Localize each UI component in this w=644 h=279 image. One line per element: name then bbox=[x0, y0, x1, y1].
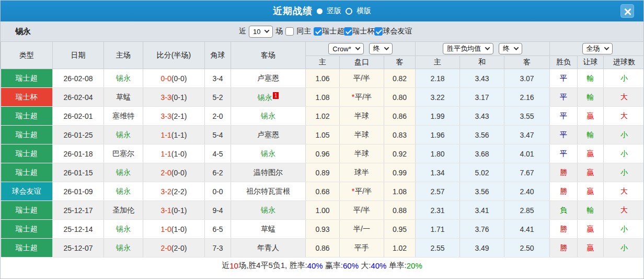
away-team-name: 年青人 bbox=[257, 243, 279, 252]
avg-home-odds: 1.80 bbox=[416, 144, 460, 163]
scope-select[interactable]: 全场 bbox=[582, 43, 613, 54]
chevron-down-icon bbox=[485, 45, 490, 50]
avg-home-odds: 2.31 bbox=[416, 201, 460, 220]
away-team-name: 草蜢 bbox=[261, 225, 275, 233]
full-score: 1-1 bbox=[161, 131, 171, 139]
half-score: (1-0) bbox=[171, 225, 187, 233]
team-name: 锡永 bbox=[15, 27, 31, 37]
horizontal-radio[interactable] bbox=[346, 8, 352, 15]
vertical-radio-selected[interactable] bbox=[317, 8, 323, 14]
avg-draw-odds: 3.41 bbox=[460, 201, 504, 220]
half-score: (2-0) bbox=[171, 244, 187, 252]
avg-draw-odds: 3.43 bbox=[460, 69, 504, 88]
table-row: 瑞士杯26-02-04草蜢3-3(0-1)5-2锡永11.08*平/半0.803… bbox=[1, 88, 644, 107]
scope-value: 全场 bbox=[586, 44, 600, 53]
handicap-result-cell: 贏 bbox=[578, 163, 604, 182]
score-cell: 1-1(1-1) bbox=[143, 126, 205, 144]
league-badge: 瑞士杯 bbox=[1, 88, 53, 107]
half-score: (2-2) bbox=[171, 187, 187, 196]
half-score: (0-1) bbox=[171, 206, 187, 215]
away-team-cell: 锡永 bbox=[231, 144, 306, 163]
avg-away-odds: 2.16 bbox=[504, 88, 550, 107]
away-team-name: 卢塞恩 bbox=[257, 130, 279, 139]
odds-time-select[interactable]: 终 bbox=[369, 43, 393, 54]
recent-count-value: 10 bbox=[253, 28, 260, 36]
goals-result-cell: 大 bbox=[604, 88, 644, 107]
crow-away-odds: 0.82 bbox=[384, 69, 416, 88]
avg-away-odds: 3.47 bbox=[504, 126, 550, 144]
matches-label: 场 bbox=[275, 27, 283, 36]
chevron-down-icon bbox=[264, 28, 270, 33]
avg-home-odds: 1.71 bbox=[416, 220, 460, 239]
handicap-cell: 平手 bbox=[340, 239, 384, 258]
summary-segment-1: 近 bbox=[222, 261, 229, 271]
avg-draw-odds: 3.49 bbox=[460, 239, 504, 258]
handicap-result-cell: 輸 bbox=[578, 88, 604, 107]
recent-count-select[interactable]: 10 bbox=[249, 26, 273, 38]
handicap-star: * bbox=[352, 187, 354, 195]
full-score: 3-3 bbox=[161, 93, 171, 102]
handicap-text: 平/半 bbox=[355, 187, 372, 195]
avg-home-odds: 3.22 bbox=[416, 88, 460, 107]
goals-result-cell: 大 bbox=[604, 201, 644, 220]
avg-home-odds: 2.55 bbox=[416, 239, 460, 258]
goals-result-cell: 小 bbox=[604, 220, 644, 239]
close-button[interactable] bbox=[620, 4, 634, 18]
table-body: 瑞士超26-02-08锡永0-0(0-0)3-4卢塞恩1.06平/半0.822.… bbox=[1, 69, 644, 258]
full-score: 2-0 bbox=[161, 244, 171, 252]
corner-cell: 2-0 bbox=[205, 107, 231, 126]
odds-source-select[interactable]: Crow* bbox=[328, 43, 363, 54]
horizontal-mode-label[interactable]: 横版 bbox=[356, 6, 371, 16]
summary-bar: 近10场,胜4平5负1, 胜率:40% 赢率:60% 大:40% 单率:20% bbox=[1, 258, 643, 273]
away-team-cell: 祖尔特瓦雷根 bbox=[231, 182, 306, 201]
result-cell: 勝 bbox=[550, 239, 578, 258]
vertical-mode-label[interactable]: 竖版 bbox=[327, 6, 341, 16]
chevron-down-icon bbox=[514, 45, 519, 50]
avg-draw-odds: 3.68 bbox=[460, 144, 504, 163]
chevron-down-icon bbox=[384, 45, 389, 50]
crow-home-odds: 1.06 bbox=[306, 69, 340, 88]
score-cell: 1-0(1-0) bbox=[143, 220, 205, 239]
chevron-down-icon bbox=[604, 45, 609, 50]
handicap-text: 半球 bbox=[354, 149, 369, 158]
league-checkbox-1[interactable] bbox=[314, 27, 322, 36]
league-badge: 瑞士超 bbox=[1, 220, 53, 239]
avg-odds-select[interactable]: 胜平负均值 bbox=[443, 43, 493, 54]
goals-result-cell: 小 bbox=[604, 126, 644, 144]
goals-result-cell: 大 bbox=[604, 182, 644, 201]
score-cell: 1-1(1-0) bbox=[143, 144, 205, 163]
col-header-date: 日期 bbox=[53, 42, 104, 69]
handicap-result-cell: 輸 bbox=[578, 201, 604, 220]
date-cell: 26-02-08 bbox=[53, 69, 104, 88]
titlebar: 近期战绩 竖版 横版 bbox=[1, 1, 643, 21]
avg-away-odds: 3.07 bbox=[504, 69, 550, 88]
half-score: (2-1) bbox=[171, 112, 187, 120]
goals-result-cell: 小 bbox=[604, 239, 644, 258]
score-cell: 3-1(0-1) bbox=[143, 201, 205, 220]
page-title: 近期战绩 bbox=[273, 5, 313, 17]
same-home-checkbox[interactable] bbox=[285, 27, 294, 36]
avg-away-odds: 2.40 bbox=[504, 182, 550, 201]
league-checkbox-3[interactable] bbox=[374, 27, 383, 36]
summary-segment-8: 40% bbox=[371, 261, 386, 270]
summary-segment-4: 40% bbox=[307, 261, 323, 270]
league-badge: 瑞士超 bbox=[1, 144, 53, 163]
avg-time-select[interactable]: 终 bbox=[499, 43, 522, 54]
league-badge: 瑞士超 bbox=[1, 107, 53, 126]
league-badge: 瑞士超 bbox=[1, 201, 53, 220]
home-team-cell: 锡永 bbox=[104, 182, 143, 201]
league-checkbox-2[interactable] bbox=[344, 27, 352, 36]
away-team-cell: 锡永 bbox=[231, 107, 306, 126]
corner-cell: 3-4 bbox=[205, 69, 231, 88]
handicap-result-cell: 贏 bbox=[578, 239, 604, 258]
handicap-cell: 半球 bbox=[340, 107, 384, 126]
corner-cell: 4-5 bbox=[205, 144, 231, 163]
home-team-cell: 锡永 bbox=[104, 220, 143, 239]
scope-select-group: 全场 bbox=[550, 42, 644, 56]
goals-result-cell: 小 bbox=[604, 163, 644, 182]
crow-away-odds: 0.86 bbox=[384, 107, 416, 126]
league-label-1: 瑞士超 bbox=[322, 27, 344, 36]
score-cell: 0-0(0-0) bbox=[143, 69, 205, 88]
chevron-down-icon bbox=[355, 45, 360, 50]
subcol-handicap-result: 让球 bbox=[578, 56, 604, 69]
